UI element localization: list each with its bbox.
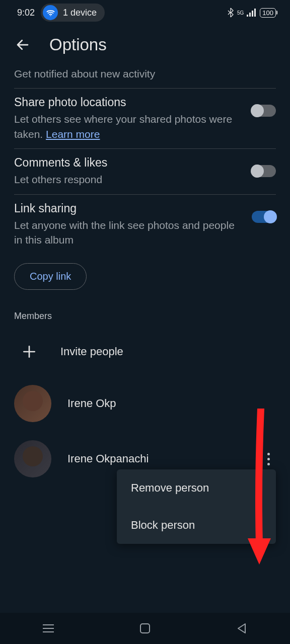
back-button[interactable] xyxy=(15,37,31,53)
signal-icon xyxy=(247,9,257,17)
svg-rect-3 xyxy=(254,9,256,17)
invite-people-row[interactable]: Invite people xyxy=(0,328,290,376)
locations-toggle[interactable] xyxy=(252,105,276,117)
avatar xyxy=(14,385,51,422)
link-sharing-toggle[interactable] xyxy=(252,211,276,223)
member-row[interactable]: Irene Okp xyxy=(0,376,290,431)
status-time: 9:02 xyxy=(17,8,35,18)
wifi-icon xyxy=(43,5,58,20)
locations-desc: Let others see where your shared photos … xyxy=(14,112,242,141)
back-nav-button[interactable] xyxy=(234,621,249,636)
app-header: Options xyxy=(0,25,290,69)
signal-label: 5G xyxy=(237,10,244,16)
avatar xyxy=(14,440,51,477)
setting-notify-title: Get notified about new activity xyxy=(14,69,266,81)
status-bar: 9:02 1 device 5G 100 xyxy=(0,0,290,25)
block-person-item[interactable]: Block person xyxy=(117,507,276,544)
setting-comments-likes[interactable]: Comments & likes Let others respond xyxy=(14,149,276,194)
device-count: 1 device xyxy=(63,8,97,18)
member-context-menu: Remove person Block person xyxy=(117,469,276,544)
svg-rect-7 xyxy=(140,624,150,633)
navigation-bar xyxy=(0,613,290,644)
remove-person-item[interactable]: Remove person xyxy=(117,469,276,507)
home-button[interactable] xyxy=(137,621,153,636)
setting-link-sharing[interactable]: Link sharing Let anyone with the link se… xyxy=(14,195,276,255)
comments-desc: Let others respond xyxy=(14,172,242,187)
member-name: Irene Okpanachi xyxy=(67,452,245,465)
link-title: Link sharing xyxy=(14,202,242,215)
svg-rect-2 xyxy=(252,11,253,17)
learn-more-link[interactable]: Learn more xyxy=(46,128,100,140)
more-options-button[interactable] xyxy=(261,453,276,465)
setting-share-locations[interactable]: Share photo locations Let others see whe… xyxy=(14,89,276,149)
battery-indicator: 100 xyxy=(260,8,276,18)
setting-notifications[interactable]: Get notified about new activity xyxy=(14,69,276,89)
device-indicator[interactable]: 1 device xyxy=(41,4,105,22)
members-section-title: Members xyxy=(0,305,290,328)
recent-apps-button[interactable] xyxy=(41,621,56,636)
plus-icon xyxy=(14,337,44,367)
comments-toggle[interactable] xyxy=(252,165,276,177)
status-indicators: 5G 100 xyxy=(227,8,276,18)
locations-title: Share photo locations xyxy=(14,96,242,109)
svg-rect-1 xyxy=(249,13,251,17)
copy-link-button[interactable]: Copy link xyxy=(14,263,87,290)
svg-rect-0 xyxy=(247,15,248,17)
page-title: Options xyxy=(49,35,107,54)
bluetooth-icon xyxy=(227,8,234,18)
comments-title: Comments & likes xyxy=(14,156,242,170)
link-desc: Let anyone with the link see photos and … xyxy=(14,218,242,248)
member-name: Irene Okp xyxy=(67,397,276,410)
invite-label: Invite people xyxy=(60,345,276,358)
